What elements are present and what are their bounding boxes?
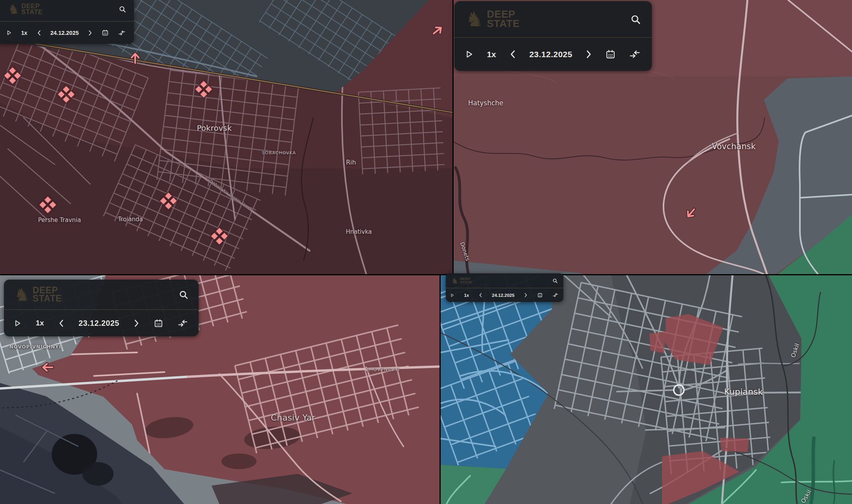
brand-text: DEEPSTATE xyxy=(33,286,62,303)
toolbar-header: ♞ DEEPSTATE xyxy=(0,0,134,22)
date-display[interactable]: 24.12.2025 xyxy=(50,30,79,36)
speed-control[interactable]: 1x xyxy=(487,50,496,59)
knight-icon: ♞ xyxy=(465,9,484,29)
prev-day-button[interactable] xyxy=(59,320,63,327)
map-label: Hnativka xyxy=(346,228,372,235)
map-label: Chasiv Yar xyxy=(271,413,315,423)
map-label: Kupiansk xyxy=(724,387,763,397)
deepstate-logo[interactable]: ♞ DEEPSTATE xyxy=(465,9,520,29)
search-button[interactable] xyxy=(630,14,641,25)
knight-icon: ♞ xyxy=(451,277,458,285)
jump-to-latest-button[interactable] xyxy=(178,320,188,327)
toolbar-pokrovsk: ♞ DEEPSTATE 1x 24.12.2025 xyxy=(0,0,134,44)
prev-day-button[interactable] xyxy=(479,293,482,297)
speed-control[interactable]: 1x xyxy=(21,30,27,36)
advance-arrow xyxy=(125,47,145,68)
brand-text: DEEPSTATE xyxy=(460,277,472,284)
deepstate-map-grid: ♞ DEEPSTATE 1x 24.12.2025 ♞ DEEPSTATE xyxy=(0,0,852,504)
toolbar-header: ♞ DEEPSTATE xyxy=(4,280,199,310)
brand-text: DEEPSTATE xyxy=(487,10,520,29)
jump-to-latest-button[interactable] xyxy=(630,50,640,58)
map-label: SOBACHOVKA xyxy=(262,150,296,155)
date-display[interactable]: 24.12.2025 xyxy=(492,293,515,298)
map-label: Rih xyxy=(346,159,356,166)
speed-control[interactable]: 1x xyxy=(464,293,469,298)
toolbar-header: ♞ DEEPSTATE xyxy=(454,1,652,38)
date-display[interactable]: 23.12.2025 xyxy=(529,50,572,59)
play-button[interactable] xyxy=(451,293,454,297)
map-kupiansk[interactable] xyxy=(441,275,852,504)
calendar-button[interactable] xyxy=(102,29,109,36)
search-button[interactable] xyxy=(179,290,188,300)
calendar-button[interactable] xyxy=(154,319,163,328)
playback-controls: 1x 24.12.2025 xyxy=(446,288,563,302)
playback-controls: 1x 23.12.2025 xyxy=(454,38,652,71)
map-label: Troianda xyxy=(118,216,143,223)
advance-arrow xyxy=(37,357,57,378)
jump-to-latest-button[interactable] xyxy=(118,30,125,36)
next-day-button[interactable] xyxy=(89,30,92,36)
knight-icon: ♞ xyxy=(8,3,20,16)
search-button[interactable] xyxy=(119,5,126,13)
play-button[interactable] xyxy=(466,51,473,58)
prev-day-button[interactable] xyxy=(37,30,41,36)
map-label: Vovchansk xyxy=(712,142,756,151)
deepstate-logo[interactable]: ♞ DEEPSTATE xyxy=(14,286,62,303)
search-button[interactable] xyxy=(552,278,558,284)
play-button[interactable] xyxy=(15,320,21,327)
map-label: Hatyshche xyxy=(468,99,503,107)
deepstate-logo[interactable]: ♞ DEEPSTATE xyxy=(451,277,472,285)
knight-icon: ♞ xyxy=(14,286,30,303)
map-label: Pershe Travnia xyxy=(38,217,81,224)
playback-controls: 1x 23.12.2025 xyxy=(4,310,199,336)
map-label: NOVOPIVNICHNYI xyxy=(9,344,61,350)
toolbar-header: ♞ DEEPSTATE xyxy=(446,273,563,288)
playback-controls: 1x 24.12.2025 xyxy=(0,22,134,44)
toolbar-vovchansk: ♞ DEEPSTATE 1x 23.12.2025 xyxy=(454,1,652,71)
next-day-button[interactable] xyxy=(134,320,139,327)
calendar-button[interactable] xyxy=(537,293,543,298)
brand-text: DEEPSTATE xyxy=(22,3,43,15)
prev-day-button[interactable] xyxy=(510,50,515,58)
speed-control[interactable]: 1x xyxy=(36,319,44,327)
map-label: ZHOVTNEVYI xyxy=(365,367,400,372)
calendar-button[interactable] xyxy=(606,49,615,59)
map-label: Pokrovsk xyxy=(197,123,232,133)
next-day-button[interactable] xyxy=(525,293,527,297)
toolbar-kupiansk: ♞ DEEPSTATE 1x 24.12.2025 xyxy=(446,273,563,302)
map-canvas-kupiansk[interactable] xyxy=(441,275,852,504)
next-day-button[interactable] xyxy=(586,50,592,58)
play-button[interactable] xyxy=(7,30,11,35)
jump-to-latest-button[interactable] xyxy=(553,293,558,297)
toolbar-chasiv-yar: ♞ DEEPSTATE 1x 23.12.2025 xyxy=(4,280,199,336)
date-display[interactable]: 23.12.2025 xyxy=(79,319,119,328)
deepstate-logo[interactable]: ♞ DEEPSTATE xyxy=(8,3,43,16)
